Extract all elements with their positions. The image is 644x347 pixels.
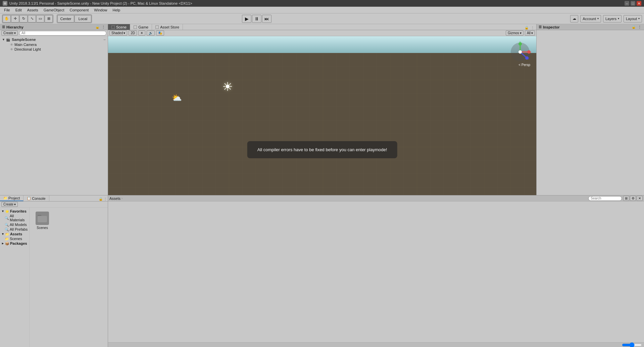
local-button[interactable]: Local bbox=[75, 15, 91, 22]
hand-tool-button[interactable]: ✋ bbox=[3, 15, 11, 22]
scene-tab-asset-store[interactable]: Asset Store bbox=[152, 24, 183, 30]
layers-dropdown[interactable]: Layers ▾ bbox=[603, 15, 622, 22]
move-tool-button[interactable]: ✛ bbox=[11, 15, 19, 22]
asset-close-button[interactable]: ✕ bbox=[637, 196, 643, 201]
menu-component[interactable]: Component bbox=[67, 7, 91, 13]
account-dropdown-arrow: ▾ bbox=[597, 17, 599, 20]
hierarchy-search-input[interactable] bbox=[19, 31, 106, 36]
scene-arrow-icon: ▼ bbox=[2, 38, 6, 41]
scene-panel-lock-button[interactable]: 🔒 bbox=[524, 25, 529, 30]
asset-panel-controls: ⊞ ⚙ ✕ bbox=[623, 196, 643, 201]
scene-tab-scene[interactable]: Scene bbox=[108, 24, 130, 30]
cloud-button[interactable]: ☁ bbox=[570, 15, 578, 22]
hierarchy-directional-light[interactable]: 👁 Directional Light bbox=[1, 47, 107, 52]
menu-window[interactable]: Window bbox=[91, 7, 110, 13]
hierarchy-samplescene[interactable]: ▼ 🎬 SampleScene – bbox=[1, 37, 107, 42]
layout-label: Layout bbox=[626, 17, 637, 21]
layers-label: Layers bbox=[605, 17, 616, 21]
layers-dropdown-arrow: ▾ bbox=[618, 17, 619, 20]
project-content: ▼ ⭐ Favorites 🔍 All Materials 🔍 All Mode… bbox=[0, 208, 108, 347]
project-create-button[interactable]: Create ▾ bbox=[1, 202, 18, 207]
zoom-slider[interactable] bbox=[622, 342, 642, 347]
asset-panel-toolbar: Assets › ⊞ ⚙ ✕ bbox=[108, 195, 644, 201]
project-lock-button[interactable]: 🔒 bbox=[98, 196, 103, 201]
favorites-label: Favorites bbox=[10, 209, 27, 213]
all-prefabs-label: All Prefabs bbox=[10, 227, 28, 231]
asset-settings-button[interactable]: ⚙ bbox=[630, 196, 636, 201]
asset-view-panel: Assets › ⊞ ⚙ ✕ bbox=[108, 195, 644, 347]
hierarchy-toolbar: Create ▾ bbox=[0, 30, 108, 36]
audio-toggle-button[interactable]: 🔊 bbox=[147, 31, 155, 36]
camera-eye-icon: 👁 bbox=[10, 43, 13, 47]
layout-dropdown[interactable]: Layout ▾ bbox=[624, 15, 642, 22]
scene-tab-game[interactable]: Game bbox=[130, 24, 152, 30]
hierarchy-create-arrow: ▾ bbox=[14, 31, 16, 35]
scene-name-label: SampleScene bbox=[12, 38, 36, 42]
shading-mode-dropdown[interactable]: Shaded ▾ bbox=[109, 31, 127, 36]
all-filter-dropdown[interactable]: All ▾ bbox=[525, 31, 535, 36]
tree-packages[interactable]: ► 📦 Packages bbox=[1, 241, 29, 246]
hierarchy-main-camera[interactable]: 👁 Main Camera bbox=[1, 42, 107, 47]
scale-tool-button[interactable]: ⤡ bbox=[28, 15, 36, 22]
scene-panel: Scene Game Asset Store 🔒 ⋮ Shaded ▾ bbox=[108, 24, 537, 195]
svg-text:X: X bbox=[530, 51, 531, 54]
game-tab-checkbox bbox=[134, 25, 137, 29]
scene-tab-checkbox bbox=[111, 25, 115, 29]
console-tab[interactable]: 📋 Console bbox=[23, 195, 49, 201]
tree-all-prefabs[interactable]: 🔍 All Prefabs bbox=[1, 227, 29, 232]
project-tab[interactable]: 📁 Project bbox=[0, 195, 23, 201]
game-tab-label: Game bbox=[138, 25, 148, 29]
compiler-error-overlay: All compiler errors have to be fixed bef… bbox=[247, 141, 397, 158]
pause-button[interactable]: ⏸ bbox=[252, 15, 261, 23]
tree-assets[interactable]: ▼ 📁 Assets bbox=[1, 232, 29, 236]
project-menu-button[interactable]: ⋮ bbox=[103, 196, 108, 201]
account-label: Account bbox=[583, 17, 596, 21]
assets-label: Assets bbox=[10, 232, 22, 236]
scene-panel-menu-button[interactable]: ⋮ bbox=[530, 25, 535, 30]
menu-help[interactable]: Help bbox=[110, 7, 123, 13]
2d-toggle-button[interactable]: 2D bbox=[129, 31, 137, 36]
menu-gameobject[interactable]: GameObject bbox=[41, 7, 67, 13]
packages-label: Packages bbox=[10, 241, 27, 245]
play-button[interactable]: ▶ bbox=[242, 15, 251, 23]
project-create-label: Create bbox=[3, 203, 13, 206]
menu-assets[interactable]: Assets bbox=[24, 7, 41, 13]
transform-tool-button[interactable]: ⊞ bbox=[45, 15, 53, 22]
inspector-lock-button[interactable]: 🔒 bbox=[631, 25, 636, 30]
scene-viewport[interactable]: ☀ ⛅ All compiler errors have to be fixed… bbox=[108, 36, 536, 195]
account-dropdown[interactable]: Account ▾ bbox=[580, 15, 601, 22]
minimize-button[interactable]: – bbox=[625, 1, 629, 6]
asset-view-toggle-button[interactable]: ⊞ bbox=[623, 196, 629, 201]
tree-all-materials[interactable]: 🔍 All Materials bbox=[1, 214, 29, 222]
console-tab-label: Console bbox=[32, 196, 45, 200]
gizmos-arrow: ▾ bbox=[520, 31, 522, 35]
fx-toggle-button[interactable]: 🎭 bbox=[156, 31, 164, 36]
asset-search-input[interactable] bbox=[588, 196, 622, 201]
hierarchy-create-button[interactable]: Create ▾ bbox=[1, 31, 18, 36]
packages-arrow-icon: ► bbox=[1, 242, 4, 245]
tree-favorites[interactable]: ▼ ⭐ Favorites bbox=[1, 209, 29, 214]
error-message-text: All compiler errors have to be fixed bef… bbox=[257, 147, 387, 152]
step-button[interactable]: ⏭ bbox=[262, 15, 271, 23]
center-button[interactable]: Center bbox=[57, 15, 74, 22]
light-name-label: Directional Light bbox=[14, 47, 41, 51]
tree-scenes[interactable]: 📁 Scenes bbox=[1, 236, 29, 241]
rotate-tool-button[interactable]: ↻ bbox=[19, 15, 28, 22]
camera-name-label: Main Camera bbox=[14, 43, 37, 47]
maximize-button[interactable]: □ bbox=[631, 1, 635, 6]
hierarchy-menu-button[interactable]: ⋮ bbox=[101, 25, 106, 30]
rect-tool-button[interactable]: ▭ bbox=[36, 15, 44, 22]
scenes-folder-item[interactable]: Scenes bbox=[32, 210, 52, 231]
close-button[interactable]: ✕ bbox=[637, 1, 641, 6]
scenes-folder-label: Scenes bbox=[37, 226, 48, 230]
gizmos-dropdown[interactable]: Gizmos ▾ bbox=[506, 31, 524, 36]
hierarchy-lock-button[interactable]: 🔒 bbox=[95, 25, 100, 30]
inspector-menu-button[interactable]: ⋮ bbox=[637, 25, 642, 30]
menu-file[interactable]: File bbox=[1, 7, 13, 13]
scene-minus-button[interactable]: – bbox=[103, 37, 106, 42]
menu-edit[interactable]: Edit bbox=[13, 7, 24, 13]
lighting-toggle-button[interactable]: ☀ bbox=[138, 31, 145, 36]
tree-all-models[interactable]: 🔍 All Models bbox=[1, 222, 29, 227]
gizmo-widget[interactable]: X Y Z bbox=[509, 41, 531, 63]
title-bar: U Unity 2018.3.11f1 Personal - SampleSce… bbox=[0, 0, 644, 7]
